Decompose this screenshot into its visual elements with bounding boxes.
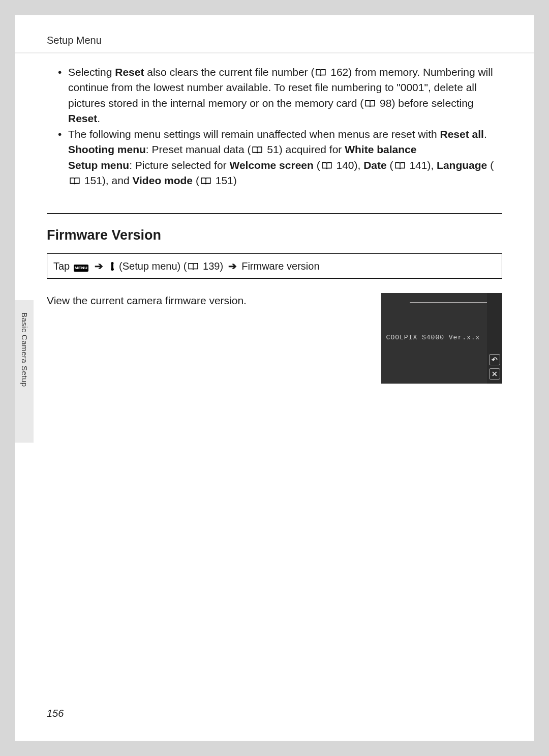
- section-divider: [47, 213, 502, 214]
- close-icon: ✕: [489, 368, 500, 380]
- book-icon: [364, 100, 376, 108]
- side-tab-label: Basic Camera Setup: [20, 312, 29, 387]
- camera-screen-preview: COOLPIX S4000 Ver.x.x ↶ ✕: [381, 293, 502, 384]
- welcome-screen-label: Welcome screen: [229, 159, 313, 171]
- book-icon: [315, 69, 326, 77]
- white-balance-label: White balance: [345, 143, 416, 155]
- screen-divider: [410, 302, 487, 303]
- book-icon: [69, 177, 80, 185]
- book-icon: [321, 162, 332, 170]
- book-icon: [394, 162, 406, 170]
- book-icon: [188, 263, 199, 271]
- side-tab: Basic Camera Setup: [15, 300, 34, 443]
- bullet-item-2: The following menu settings will remain …: [58, 127, 502, 189]
- reset-label-2: Reset: [68, 112, 97, 124]
- bullet-list: Selecting Reset also clears the current …: [58, 65, 502, 189]
- arrow-icon: ➔: [95, 259, 103, 273]
- page-number: 156: [47, 708, 64, 719]
- language-label: Language: [437, 159, 487, 171]
- reset-all-label: Reset all: [440, 128, 483, 140]
- firmware-version-text: COOLPIX S4000 Ver.x.x: [381, 334, 485, 341]
- arrow-icon: ➔: [228, 259, 237, 273]
- navigation-path-box: Tap MENU ➔ (Setup menu) ( 139) ➔ Firmwar…: [47, 253, 502, 279]
- date-label: Date: [363, 159, 387, 171]
- video-mode-label: Video mode: [132, 175, 193, 186]
- shooting-menu-label: Shooting menu: [68, 143, 146, 155]
- reset-label: Reset: [115, 66, 144, 78]
- book-icon: [252, 146, 263, 154]
- menu-badge-icon: MENU: [74, 265, 89, 272]
- firmware-description: View the current camera firmware version…: [47, 293, 367, 308]
- section-title-firmware: Firmware Version: [47, 227, 502, 243]
- undo-icon: ↶: [489, 354, 500, 365]
- page-header-title: Setup Menu: [15, 15, 534, 53]
- wrench-icon: [108, 261, 116, 271]
- book-icon: [200, 177, 211, 185]
- setup-menu-label: Setup menu: [68, 159, 129, 171]
- bullet-item-1: Selecting Reset also clears the current …: [58, 65, 502, 127]
